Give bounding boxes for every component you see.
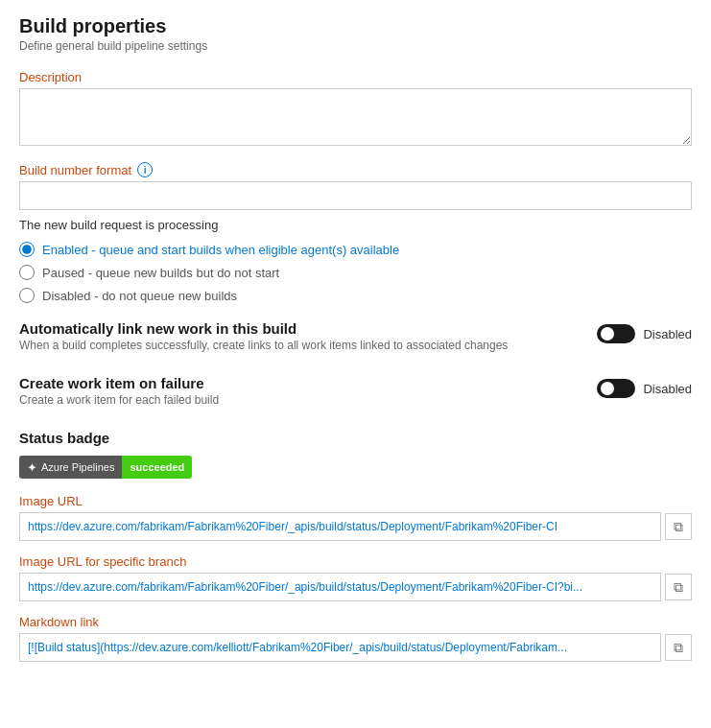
- badge-right-text: succeeded: [130, 461, 184, 473]
- auto-link-title: Automatically link new work in this buil…: [19, 320, 597, 337]
- image-url-branch-copy-button[interactable]: ⧉: [665, 574, 692, 600]
- auto-link-content: Automatically link new work in this buil…: [19, 320, 597, 352]
- badge-left-text: Azure Pipelines: [41, 461, 114, 473]
- copy-icon-2: ⧉: [674, 579, 683, 596]
- create-work-item-content: Create work item on failure Create a wor…: [19, 375, 597, 407]
- copy-icon-3: ⧉: [674, 640, 683, 656]
- badge-left: ✦ Azure Pipelines: [19, 456, 122, 479]
- badge-right: succeeded: [122, 456, 192, 479]
- create-work-item-toggle-control: Disabled: [597, 379, 692, 398]
- page-subtitle: Define general build pipeline settings: [19, 39, 692, 53]
- auto-link-toggle[interactable]: [597, 324, 635, 343]
- markdown-link-label: Markdown link: [19, 615, 692, 629]
- processing-text: The new build request is processing: [19, 218, 692, 232]
- build-number-format-label: Build number format i: [19, 162, 692, 177]
- build-number-format-info-icon[interactable]: i: [137, 162, 153, 177]
- radio-paused[interactable]: Paused - queue new builds but do not sta…: [19, 265, 692, 280]
- build-number-format-input[interactable]: [19, 181, 692, 210]
- radio-enabled-label[interactable]: Enabled - queue and start builds when el…: [42, 243, 399, 257]
- description-label: Description: [19, 70, 692, 84]
- markdown-link-wrapper: Markdown link ⧉: [19, 615, 692, 662]
- description-input[interactable]: [19, 88, 692, 146]
- create-work-item-row: Create work item on failure Create a wor…: [19, 375, 692, 418]
- auto-link-desc: When a build completes successfully, cre…: [19, 339, 597, 352]
- create-work-item-title: Create work item on failure: [19, 375, 597, 391]
- image-url-branch-wrapper: Image URL for specific branch ⧉: [19, 554, 692, 601]
- page-title: Build properties: [19, 15, 692, 37]
- radio-paused-label[interactable]: Paused - queue new builds but do not sta…: [42, 266, 279, 280]
- status-badge-preview: ✦ Azure Pipelines succeeded: [19, 456, 192, 479]
- status-badge-container: ✦ Azure Pipelines succeeded: [19, 456, 692, 479]
- markdown-link-copy-button[interactable]: ⧉: [665, 634, 692, 661]
- create-work-item-toggle-label: Disabled: [643, 382, 692, 396]
- image-url-copy-button[interactable]: ⧉: [665, 513, 692, 540]
- create-work-item-toggle[interactable]: [597, 379, 635, 398]
- markdown-link-row: ⧉: [19, 633, 692, 662]
- auto-link-toggle-control: Disabled: [597, 324, 692, 343]
- create-work-item-desc: Create a work item for each failed build: [19, 393, 597, 407]
- markdown-link-input[interactable]: [19, 633, 661, 662]
- image-url-label: Image URL: [19, 494, 692, 508]
- auto-link-row: Automatically link new work in this buil…: [19, 320, 692, 364]
- radio-disabled-label[interactable]: Disabled - do not queue new builds: [42, 289, 237, 303]
- copy-icon: ⧉: [674, 519, 683, 535]
- radio-enabled[interactable]: Enabled - queue and start builds when el…: [19, 242, 692, 257]
- build-queue-options: Enabled - queue and start builds when el…: [19, 242, 692, 303]
- status-badge-section-title: Status badge: [19, 430, 692, 446]
- image-url-branch-input[interactable]: [19, 573, 661, 601]
- auto-link-toggle-label: Disabled: [643, 327, 692, 341]
- image-url-wrapper: Image URL ⧉: [19, 494, 692, 541]
- image-url-branch-label: Image URL for specific branch: [19, 554, 692, 569]
- image-url-input[interactable]: [19, 512, 661, 541]
- image-url-row: ⧉: [19, 512, 692, 541]
- radio-disabled[interactable]: Disabled - do not queue new builds: [19, 288, 692, 303]
- image-url-branch-row: ⧉: [19, 573, 692, 601]
- azure-pipelines-icon: ✦: [27, 460, 37, 475]
